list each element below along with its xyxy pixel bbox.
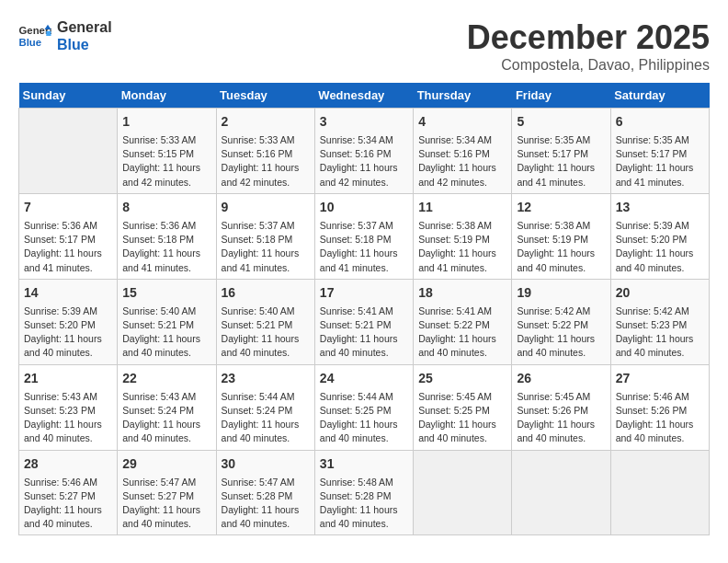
day-info: Sunrise: 5:42 AMSunset: 5:23 PMDaylight:…	[616, 304, 704, 361]
month-title: December 2025	[467, 18, 710, 57]
day-cell: 13Sunrise: 5:39 AMSunset: 5:20 PMDayligh…	[610, 193, 709, 279]
day-cell: 29Sunrise: 5:47 AMSunset: 5:27 PMDayligh…	[118, 450, 216, 535]
day-cell: 11Sunrise: 5:38 AMSunset: 5:19 PMDayligh…	[414, 193, 512, 279]
day-number: 31	[320, 454, 408, 474]
day-cell: 3Sunrise: 5:34 AMSunset: 5:16 PMDaylight…	[314, 109, 413, 194]
day-info: Sunrise: 5:34 AMSunset: 5:16 PMDaylight:…	[320, 133, 408, 190]
day-info: Sunrise: 5:43 AMSunset: 5:24 PMDaylight:…	[122, 390, 210, 446]
day-info: Sunrise: 5:43 AMSunset: 5:23 PMDaylight:…	[24, 390, 112, 446]
logo-general: General	[57, 18, 112, 36]
day-number: 11	[418, 198, 506, 217]
day-info: Sunrise: 5:47 AMSunset: 5:28 PMDaylight:…	[222, 476, 310, 532]
day-info: Sunrise: 5:48 AMSunset: 5:28 PMDaylight:…	[320, 476, 408, 532]
day-info: Sunrise: 5:44 AMSunset: 5:25 PMDaylight:…	[320, 390, 408, 446]
day-number: 23	[222, 369, 310, 388]
day-number: 1	[122, 112, 210, 132]
day-cell: 1Sunrise: 5:33 AMSunset: 5:15 PMDaylight…	[118, 109, 216, 194]
day-cell: 22Sunrise: 5:43 AMSunset: 5:24 PMDayligh…	[118, 364, 216, 450]
day-cell: 19Sunrise: 5:42 AMSunset: 5:22 PMDayligh…	[512, 279, 610, 364]
day-cell: 25Sunrise: 5:45 AMSunset: 5:25 PMDayligh…	[414, 364, 512, 450]
day-info: Sunrise: 5:42 AMSunset: 5:22 PMDaylight:…	[517, 304, 605, 361]
day-cell	[414, 450, 512, 535]
day-number: 2	[222, 112, 310, 132]
header-day-wednesday: Wednesday	[314, 83, 413, 109]
week-row-4: 21Sunrise: 5:43 AMSunset: 5:23 PMDayligh…	[19, 364, 710, 450]
day-info: Sunrise: 5:34 AMSunset: 5:16 PMDaylight:…	[418, 133, 506, 190]
day-number: 24	[320, 369, 408, 388]
day-cell: 9Sunrise: 5:37 AMSunset: 5:18 PMDaylight…	[216, 193, 314, 279]
day-info: Sunrise: 5:33 AMSunset: 5:15 PMDaylight:…	[122, 133, 210, 190]
day-number: 8	[122, 198, 210, 217]
day-number: 28	[24, 454, 112, 474]
day-number: 27	[616, 369, 704, 388]
day-info: Sunrise: 5:37 AMSunset: 5:18 PMDaylight:…	[222, 219, 310, 275]
week-row-5: 28Sunrise: 5:46 AMSunset: 5:27 PMDayligh…	[19, 450, 710, 535]
day-info: Sunrise: 5:40 AMSunset: 5:21 PMDaylight:…	[122, 304, 210, 361]
day-number: 4	[418, 112, 506, 132]
header-day-monday: Monday	[118, 83, 216, 109]
day-info: Sunrise: 5:38 AMSunset: 5:19 PMDaylight:…	[517, 219, 605, 275]
header-day-friday: Friday	[512, 83, 610, 109]
day-cell: 12Sunrise: 5:38 AMSunset: 5:19 PMDayligh…	[512, 193, 610, 279]
day-cell: 27Sunrise: 5:46 AMSunset: 5:26 PMDayligh…	[610, 364, 709, 450]
day-cell: 18Sunrise: 5:41 AMSunset: 5:22 PMDayligh…	[414, 279, 512, 364]
day-number: 29	[122, 454, 210, 474]
day-cell: 7Sunrise: 5:36 AMSunset: 5:17 PMDaylight…	[19, 193, 118, 279]
day-info: Sunrise: 5:37 AMSunset: 5:18 PMDaylight:…	[320, 219, 408, 275]
day-number: 13	[616, 198, 704, 217]
calendar-table: SundayMondayTuesdayWednesdayThursdayFrid…	[18, 83, 710, 535]
week-row-3: 14Sunrise: 5:39 AMSunset: 5:20 PMDayligh…	[19, 279, 710, 364]
header-day-saturday: Saturday	[610, 83, 709, 109]
day-number: 22	[122, 369, 210, 388]
day-cell	[512, 450, 610, 535]
day-cell: 21Sunrise: 5:43 AMSunset: 5:23 PMDayligh…	[19, 364, 118, 450]
day-number: 6	[616, 112, 704, 132]
day-cell: 26Sunrise: 5:45 AMSunset: 5:26 PMDayligh…	[512, 364, 610, 450]
header-day-tuesday: Tuesday	[216, 83, 314, 109]
day-info: Sunrise: 5:39 AMSunset: 5:20 PMDaylight:…	[24, 304, 112, 361]
location-title: Compostela, Davao, Philippines	[467, 57, 710, 74]
day-number: 19	[517, 283, 605, 303]
day-cell: 30Sunrise: 5:47 AMSunset: 5:28 PMDayligh…	[216, 450, 314, 535]
header: General Blue General Blue December 2025 …	[18, 18, 710, 74]
day-number: 7	[24, 198, 112, 217]
day-info: Sunrise: 5:45 AMSunset: 5:25 PMDaylight:…	[418, 390, 506, 446]
day-number: 3	[320, 112, 408, 132]
day-number: 21	[24, 369, 112, 388]
day-cell: 24Sunrise: 5:44 AMSunset: 5:25 PMDayligh…	[314, 364, 413, 450]
day-cell: 2Sunrise: 5:33 AMSunset: 5:16 PMDaylight…	[216, 109, 314, 194]
day-number: 20	[616, 283, 704, 303]
day-cell: 31Sunrise: 5:48 AMSunset: 5:28 PMDayligh…	[314, 450, 413, 535]
day-cell: 15Sunrise: 5:40 AMSunset: 5:21 PMDayligh…	[118, 279, 216, 364]
logo: General Blue General Blue	[18, 18, 112, 53]
day-number: 14	[24, 283, 112, 303]
header-day-thursday: Thursday	[414, 83, 512, 109]
day-number: 16	[222, 283, 310, 303]
day-number: 5	[517, 112, 605, 132]
logo-blue: Blue	[57, 36, 112, 53]
day-cell: 4Sunrise: 5:34 AMSunset: 5:16 PMDaylight…	[414, 109, 512, 194]
day-info: Sunrise: 5:33 AMSunset: 5:16 PMDaylight:…	[222, 133, 310, 190]
week-row-1: 1Sunrise: 5:33 AMSunset: 5:15 PMDaylight…	[19, 109, 710, 194]
day-cell	[610, 450, 709, 535]
day-number: 26	[517, 369, 605, 388]
header-day-sunday: Sunday	[19, 83, 118, 109]
day-cell: 28Sunrise: 5:46 AMSunset: 5:27 PMDayligh…	[19, 450, 118, 535]
day-number: 12	[517, 198, 605, 217]
day-info: Sunrise: 5:41 AMSunset: 5:22 PMDaylight:…	[418, 304, 506, 361]
title-block: December 2025 Compostela, Davao, Philipp…	[467, 18, 710, 74]
day-number: 15	[122, 283, 210, 303]
day-cell: 6Sunrise: 5:35 AMSunset: 5:17 PMDaylight…	[610, 109, 709, 194]
day-number: 30	[222, 454, 310, 474]
day-cell: 10Sunrise: 5:37 AMSunset: 5:18 PMDayligh…	[314, 193, 413, 279]
day-cell: 17Sunrise: 5:41 AMSunset: 5:21 PMDayligh…	[314, 279, 413, 364]
day-info: Sunrise: 5:41 AMSunset: 5:21 PMDaylight:…	[320, 304, 408, 361]
day-number: 25	[418, 369, 506, 388]
day-info: Sunrise: 5:46 AMSunset: 5:26 PMDaylight:…	[616, 390, 704, 446]
day-cell: 16Sunrise: 5:40 AMSunset: 5:21 PMDayligh…	[216, 279, 314, 364]
calendar-header-row: SundayMondayTuesdayWednesdayThursdayFrid…	[19, 83, 710, 109]
day-cell	[19, 109, 118, 194]
day-number: 17	[320, 283, 408, 303]
day-info: Sunrise: 5:38 AMSunset: 5:19 PMDaylight:…	[418, 219, 506, 275]
day-info: Sunrise: 5:47 AMSunset: 5:27 PMDaylight:…	[122, 476, 210, 532]
